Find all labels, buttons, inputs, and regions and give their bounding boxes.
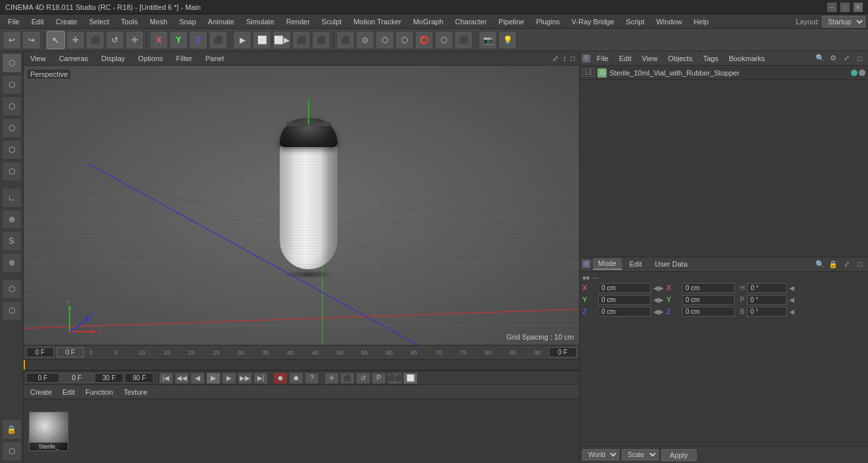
menu-render[interactable]: Render (281, 16, 315, 27)
menu-snap[interactable]: Snap (174, 16, 202, 27)
cone-btn[interactable]: ⬡ (395, 31, 414, 49)
p-arrow[interactable]: ◀ (789, 296, 794, 303)
attr-tab-edit[interactable]: Edit (624, 259, 647, 269)
b-field[interactable] (747, 307, 787, 317)
p-field[interactable] (747, 295, 787, 305)
menu-vray[interactable]: V-Ray Bridge (567, 16, 620, 27)
menu-edit[interactable]: Edit (26, 16, 49, 27)
menu-plugins[interactable]: Plugins (531, 16, 565, 27)
h-arrow[interactable]: ◀ (789, 284, 794, 292)
render-safe-btn[interactable]: ⬡ (2, 441, 22, 461)
coordinate-system-dropdown[interactable]: World (582, 449, 619, 460)
frame-end-field[interactable] (125, 373, 154, 383)
bp-menu-edit[interactable]: Edit (58, 387, 79, 397)
3d-viewport[interactable]: Perspective X (24, 66, 579, 345)
keyframe-value-field[interactable] (549, 347, 576, 357)
keyframe-help-button[interactable]: ? (305, 372, 319, 384)
model-mode-btn[interactable]: ⬡ (2, 53, 22, 73)
rp-menu-view[interactable]: View (638, 53, 662, 64)
rp-menu-bookmarks[interactable]: Bookmarks (725, 53, 769, 64)
transform-mode-dropdown[interactable]: Scale (622, 449, 659, 460)
cylinder-btn[interactable]: ⬡ (376, 31, 394, 49)
obj-dot-gray[interactable] (859, 70, 865, 76)
torus-btn[interactable]: ⭕ (415, 31, 433, 49)
bp-menu-texture[interactable]: Texture (119, 387, 151, 397)
menu-window[interactable]: Window (651, 16, 687, 27)
settings-objects-icon[interactable]: ⚙ (827, 53, 839, 64)
lock-btn[interactable]: 🔒 (2, 420, 22, 439)
next-step-button[interactable]: ▶ (222, 372, 236, 384)
x-size-field[interactable] (682, 283, 735, 293)
rp-menu-file[interactable]: File (593, 53, 613, 64)
menu-animate[interactable]: Animate (203, 16, 240, 27)
play-button[interactable]: ▶ (206, 372, 221, 384)
attr-search-icon[interactable]: 🔍 (814, 258, 826, 270)
apply-button[interactable]: Apply (661, 449, 697, 461)
menu-script[interactable]: Script (620, 16, 649, 27)
transform-button[interactable]: ✛ (125, 31, 144, 49)
soft-select-btn[interactable]: S (2, 231, 22, 251)
vp-menu-panel[interactable]: Panel (202, 53, 228, 64)
loop-button[interactable]: ↺ (356, 372, 370, 384)
mesh-mode-btn[interactable]: ⬡ (2, 75, 22, 95)
x-pos-arrow[interactable]: ◀▶ (653, 284, 664, 292)
points-mode-btn[interactable]: ⬡ (2, 97, 22, 116)
sphere-btn[interactable]: ⊙ (356, 31, 374, 49)
vp-menu-options[interactable]: Options (134, 53, 167, 64)
scale-tool-button[interactable]: ⬛ (86, 31, 104, 49)
z-size-field[interactable] (682, 307, 735, 317)
maximize-button[interactable]: □ (840, 3, 850, 12)
next-frame-button[interactable]: ▶▶ (238, 372, 252, 384)
record-active-button[interactable]: ⏺ (273, 372, 288, 384)
snap-tool-btn[interactable]: ∟ (2, 188, 22, 208)
vp-expand-btn[interactable]: ⤢ (551, 53, 560, 64)
menu-motion-tracker[interactable]: Motion Tracker (348, 16, 406, 27)
menu-help[interactable]: Help (689, 16, 714, 27)
magnet-btn[interactable]: ⊕ (2, 209, 22, 229)
search-objects-icon[interactable]: 🔍 (814, 53, 826, 64)
landscape-btn[interactable]: ⬛ (454, 31, 473, 49)
edges-mode-btn[interactable]: ⬡ (2, 118, 22, 138)
attr-expand-icon[interactable]: ⤢ (840, 258, 852, 270)
material-thumbnail[interactable]: Sterile_ (29, 412, 68, 451)
select-tool-button[interactable]: ↖ (47, 31, 65, 49)
render-region-button[interactable]: ⬜ (253, 31, 271, 49)
attr-tab-mode[interactable]: Mode (593, 258, 622, 270)
x-position-field[interactable] (598, 283, 651, 293)
rotate-tool-button[interactable]: ↺ (106, 31, 124, 49)
uv-mode-btn[interactable]: ⬡ (2, 162, 22, 181)
auto-keyframe-button[interactable]: ⏺ (289, 372, 303, 384)
preview-button[interactable]: ⬜ (403, 372, 418, 384)
rp-menu-tags[interactable]: Tags (699, 53, 722, 64)
preview-start-field[interactable] (56, 347, 84, 357)
hide-btn[interactable]: ⬡ (2, 301, 22, 320)
z-position-field[interactable] (598, 307, 651, 317)
h-field[interactable] (747, 283, 787, 293)
vp-maximize-btn[interactable]: □ (569, 53, 576, 64)
attr-maximize-icon[interactable]: □ (854, 258, 865, 270)
attr-tab-userdata[interactable]: User Data (650, 259, 693, 269)
undo-button[interactable]: ↩ (3, 31, 21, 49)
move-keys-button[interactable]: ✛ (324, 372, 339, 384)
timeline-track[interactable] (24, 360, 579, 370)
menu-sculpt[interactable]: Sculpt (316, 16, 347, 27)
bp-menu-function[interactable]: Function (81, 387, 117, 397)
vp-menu-cameras[interactable]: Cameras (55, 53, 93, 64)
rp-menu-objects[interactable]: Objects (664, 53, 696, 64)
attr-lock-icon[interactable]: 🔒 (827, 258, 839, 270)
menu-mesh[interactable]: Mesh (144, 16, 173, 27)
frame-preview-field[interactable] (60, 373, 93, 383)
menu-file[interactable]: File (3, 16, 25, 27)
object-list-item[interactable]: L0 ⬡ Sterile_10ml_Vial_with_Rubber_Stopp… (580, 66, 868, 80)
cube-btn[interactable]: ⬛ (336, 31, 355, 49)
vp-menu-display[interactable]: Display (97, 53, 129, 64)
minimize-button[interactable]: ─ (827, 3, 836, 12)
menu-simulate[interactable]: Simulate (241, 16, 280, 27)
light-btn[interactable]: 💡 (498, 31, 517, 49)
move-tool-button[interactable]: ✛ (66, 31, 85, 49)
close-button[interactable]: ✕ (854, 3, 863, 12)
menu-tools[interactable]: Tools (116, 16, 143, 27)
y-axis-button[interactable]: Y (169, 31, 188, 49)
prev-frame-button[interactable]: ◀◀ (175, 372, 189, 384)
frame-start-field[interactable] (26, 373, 59, 383)
